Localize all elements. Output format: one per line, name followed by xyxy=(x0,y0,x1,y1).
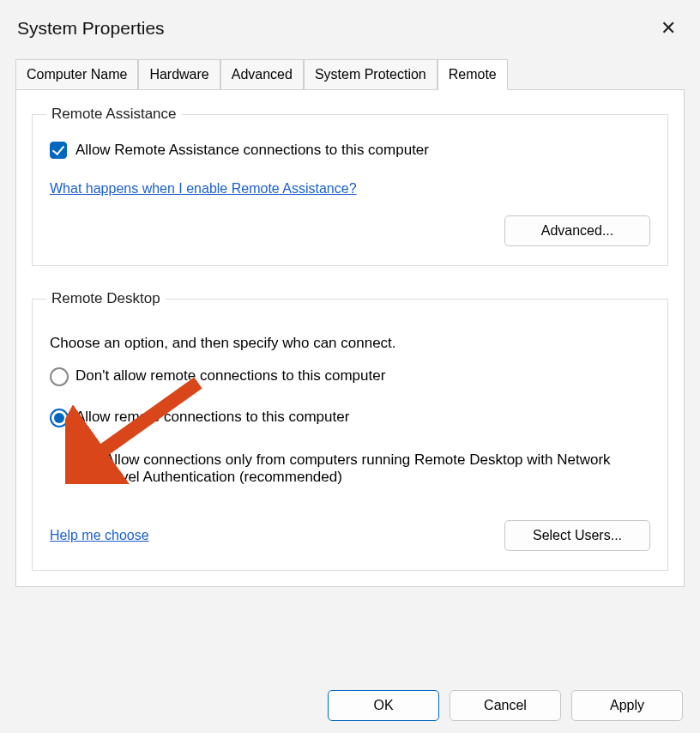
select-users-button[interactable]: Select Users... xyxy=(504,520,650,551)
allow-remote-assistance-checkbox[interactable] xyxy=(50,142,67,159)
remote-desktop-legend: Remote Desktop xyxy=(46,290,166,307)
radio-allow-row: Allow remote connections to this compute… xyxy=(50,409,650,427)
dialog-button-row: OK Cancel Apply xyxy=(328,690,683,721)
radio-dont-allow[interactable] xyxy=(50,367,69,386)
tab-computer-name[interactable]: Computer Name xyxy=(15,59,138,90)
help-me-choose-link[interactable]: Help me choose xyxy=(50,528,149,543)
radio-dont-allow-row: Don't allow remote connections to this c… xyxy=(50,367,650,386)
apply-button[interactable]: Apply xyxy=(571,690,683,721)
remote-tab-panel: Remote Assistance Allow Remote Assistanc… xyxy=(15,89,685,587)
nla-label: Allow connections only from computers ru… xyxy=(105,451,611,486)
remote-desktop-group: Remote Desktop Choose an option, and the… xyxy=(32,290,668,571)
allow-remote-assistance-label: Allow Remote Assistance connections to t… xyxy=(75,142,429,159)
close-button[interactable]: ✕ xyxy=(654,15,683,41)
remote-assistance-help-link[interactable]: What happens when I enable Remote Assist… xyxy=(50,181,357,196)
nla-checkbox[interactable] xyxy=(79,451,96,469)
titlebar: System Properties ✕ xyxy=(0,0,700,58)
remote-assistance-advanced-button[interactable]: Advanced... xyxy=(504,215,650,246)
allow-remote-assistance-row: Allow Remote Assistance connections to t… xyxy=(50,142,650,159)
remote-desktop-instruction: Choose an option, and then specify who c… xyxy=(50,335,650,352)
system-properties-window: System Properties ✕ Computer Name Hardwa… xyxy=(0,0,700,733)
window-title: System Properties xyxy=(17,18,165,39)
tab-row: Computer Name Hardware Advanced System P… xyxy=(0,58,700,89)
remote-assistance-legend: Remote Assistance xyxy=(46,106,182,123)
tab-system-protection[interactable]: System Protection xyxy=(304,59,438,90)
radio-allow-label: Allow remote connections to this compute… xyxy=(75,409,349,426)
radio-dont-allow-label: Don't allow remote connections to this c… xyxy=(75,367,385,385)
remote-assistance-group: Remote Assistance Allow Remote Assistanc… xyxy=(32,106,668,266)
cancel-button[interactable]: Cancel xyxy=(450,690,561,721)
ok-button[interactable]: OK xyxy=(328,690,439,721)
radio-allow[interactable] xyxy=(50,409,69,427)
tab-advanced[interactable]: Advanced xyxy=(220,59,304,90)
tab-remote[interactable]: Remote xyxy=(438,59,508,90)
nla-row: Allow connections only from computers ru… xyxy=(79,451,650,486)
tab-hardware[interactable]: Hardware xyxy=(138,59,220,90)
